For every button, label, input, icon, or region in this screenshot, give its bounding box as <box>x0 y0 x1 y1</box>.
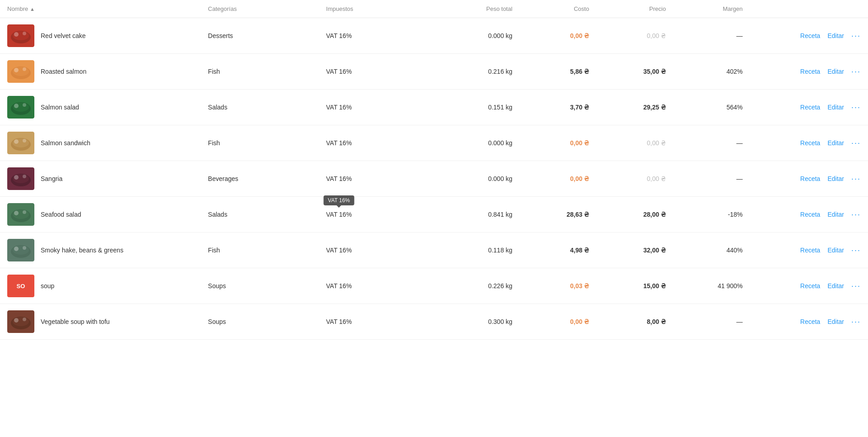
category-cell: Salads <box>201 90 319 125</box>
category-cell: Fish <box>201 233 319 268</box>
actions-cell: Receta Editar ··· <box>750 18 868 54</box>
svg-point-14 <box>23 103 26 107</box>
more-button[interactable]: ··· <box>851 281 861 291</box>
receta-link[interactable]: Receta <box>800 247 820 254</box>
tax-label: VAT 16% <box>326 175 352 182</box>
actions-cell: Receta Editar ··· <box>750 125 868 161</box>
editar-link[interactable]: Editar <box>827 211 844 218</box>
col-categorias: Categorías <box>201 0 319 18</box>
receta-link[interactable]: Receta <box>800 175 820 182</box>
receta-link[interactable]: Receta <box>800 318 820 325</box>
product-cell: Vegetable soup with tofu <box>0 304 201 340</box>
col-actions <box>750 0 868 18</box>
editar-link[interactable]: Editar <box>827 68 844 75</box>
col-impuestos: Impuestos <box>319 0 425 18</box>
margin-cell: — <box>673 161 750 197</box>
more-button[interactable]: ··· <box>851 31 861 41</box>
cost-cell: 3,70 ₴ <box>519 90 596 125</box>
price-cell: 28,00 ₴ <box>596 197 673 233</box>
category-cell: Fish <box>201 125 319 161</box>
editar-link[interactable]: Editar <box>827 175 844 182</box>
editar-link[interactable]: Editar <box>827 247 844 254</box>
more-button[interactable]: ··· <box>851 138 861 148</box>
col-costo: Costo <box>519 0 596 18</box>
editar-link[interactable]: Editar <box>827 32 844 39</box>
tax-tooltip-container: VAT 16% VAT 16% <box>326 211 352 218</box>
tax-cell: VAT 16% <box>319 268 425 304</box>
cost-cell: 5,86 ₴ <box>519 54 596 90</box>
receta-link[interactable]: Receta <box>800 282 820 290</box>
cost-cell: 0,03 ₴ <box>519 268 596 304</box>
weight-cell: 0.118 kg <box>425 233 519 268</box>
product-name: soup <box>41 282 54 290</box>
margin-cell: 41 900% <box>673 268 750 304</box>
cost-cell: 0,00 ₴ <box>519 18 596 54</box>
product-avatar: SO <box>7 275 34 297</box>
category-cell: Soups <box>201 268 319 304</box>
weight-cell: 0.151 kg <box>425 90 519 125</box>
tax-label: VAT 16% <box>326 247 352 254</box>
svg-point-18 <box>14 139 19 144</box>
tax-label: VAT 16% <box>326 104 352 111</box>
receta-link[interactable]: Receta <box>800 32 820 39</box>
receta-link[interactable]: Receta <box>800 139 820 147</box>
tax-label: VAT 16% <box>326 318 352 325</box>
actions-cell: Receta Editar ··· <box>750 161 868 197</box>
col-peso: Peso total <box>425 0 519 18</box>
product-name: Smoky hake, beans & greens <box>41 247 123 254</box>
category-cell: Beverages <box>201 161 319 197</box>
cost-cell: 0,00 ₴ <box>519 304 596 340</box>
editar-link[interactable]: Editar <box>827 318 844 325</box>
editar-link[interactable]: Editar <box>827 104 844 111</box>
tax-label: VAT 16% <box>326 139 352 147</box>
receta-link[interactable]: Receta <box>800 211 820 218</box>
table-row: SO soup Soups VAT 16% 0.226 kg 0,03 ₴ 15… <box>0 268 868 304</box>
svg-point-23 <box>14 175 19 180</box>
svg-point-39 <box>23 318 26 321</box>
price-cell: 15,00 ₴ <box>596 268 673 304</box>
cost-cell: 0,00 ₴ <box>519 125 596 161</box>
cost-cell: 0,00 ₴ <box>519 161 596 197</box>
product-cell: Sangria <box>0 161 201 197</box>
actions-cell: Receta Editar ··· <box>750 90 868 125</box>
tax-cell: VAT 16% <box>319 233 425 268</box>
more-button[interactable]: ··· <box>851 67 861 76</box>
more-button[interactable]: ··· <box>851 103 861 112</box>
price-cell: 0,00 ₴ <box>596 161 673 197</box>
tax-label: VAT 16% <box>326 32 352 39</box>
margin-cell: — <box>673 304 750 340</box>
svg-point-24 <box>23 175 26 178</box>
weight-cell: 0.300 kg <box>425 304 519 340</box>
price-cell: 29,25 ₴ <box>596 90 673 125</box>
product-image <box>7 167 34 190</box>
product-cell: Salmon salad <box>0 90 201 125</box>
editar-link[interactable]: Editar <box>827 139 844 147</box>
receta-link[interactable]: Receta <box>800 104 820 111</box>
product-image <box>7 24 34 47</box>
col-nombre: Nombre ▲ <box>0 0 201 18</box>
table-row: Vegetable soup with tofu Soups VAT 16% 0… <box>0 304 868 340</box>
margin-cell: -18% <box>673 197 750 233</box>
tax-label: VAT 16% <box>326 68 352 75</box>
col-precio: Precio <box>596 0 673 18</box>
actions-cell: Receta Editar ··· <box>750 268 868 304</box>
editar-link[interactable]: Editar <box>827 282 844 290</box>
margin-cell: 440% <box>673 233 750 268</box>
weight-cell: 0.841 kg <box>425 197 519 233</box>
svg-point-33 <box>14 247 19 251</box>
tax-cell: VAT 16% <box>319 18 425 54</box>
col-margen: Margen <box>673 0 750 18</box>
actions-cell: Receta Editar ··· <box>750 197 868 233</box>
more-button[interactable]: ··· <box>851 317 861 327</box>
price-cell: 8,00 ₴ <box>596 304 673 340</box>
more-button[interactable]: ··· <box>851 210 861 219</box>
product-name: Red velvet cake <box>41 32 86 39</box>
product-cell: Roasted salmon <box>0 54 201 90</box>
svg-point-8 <box>14 68 19 72</box>
product-name: Seafood salad <box>41 211 81 218</box>
more-button[interactable]: ··· <box>851 246 861 255</box>
receta-link[interactable]: Receta <box>800 68 820 75</box>
more-button[interactable]: ··· <box>851 174 861 184</box>
tax-cell: VAT 16% <box>319 161 425 197</box>
product-name: Salmon salad <box>41 104 79 111</box>
